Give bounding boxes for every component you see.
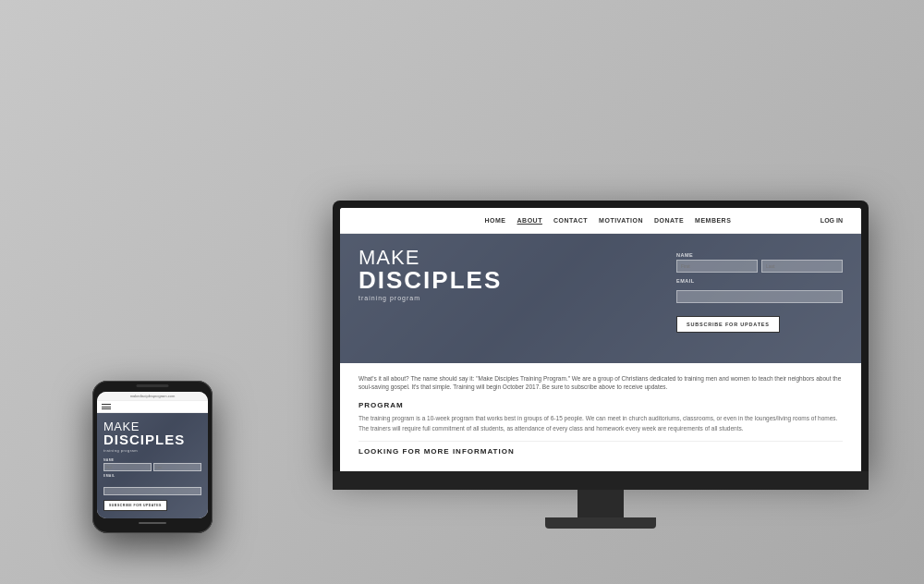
nav-links: HOME ABOUT CONTACT MOTIVATION DONATE MEM… xyxy=(485,217,732,224)
hero-title-make: MAKE xyxy=(359,248,676,268)
program-section-title: PROGRAM xyxy=(359,401,843,409)
hamburger-line-3 xyxy=(102,408,111,409)
subscribe-button[interactable]: SUBSCRIBE FOR UPDATES xyxy=(676,316,780,333)
email-input[interactable] xyxy=(676,290,843,303)
scene: makedisciplesprogram.com MAKE DISCIPLES … xyxy=(0,0,924,584)
desktop-monitor: HOME ABOUT CONTACT MOTIVATION DONATE MEM… xyxy=(333,201,869,529)
hero-form: NAME EMAIL SUBSCRIBE FOR UPDATES xyxy=(676,248,843,333)
monitor-stand-base xyxy=(545,517,656,529)
hamburger-icon[interactable] xyxy=(102,404,111,409)
phone-url-text: makedisciplesprogram.com xyxy=(130,394,176,398)
phone-subscribe-button[interactable]: SUBSCRIBE FOR UPDATES xyxy=(103,500,167,511)
phone-home-indicator xyxy=(139,522,166,524)
program-section-text: The training program is a 10-week progra… xyxy=(359,414,843,433)
hamburger-line-2 xyxy=(102,407,111,408)
name-label: NAME xyxy=(676,252,843,258)
mobile-phone: makedisciplesprogram.com MAKE DISCIPLES … xyxy=(92,381,213,533)
screen-nav: HOME ABOUT CONTACT MOTIVATION DONATE MEM… xyxy=(340,208,861,234)
monitor-screen-wrapper: HOME ABOUT CONTACT MOTIVATION DONATE MEM… xyxy=(333,201,869,471)
first-name-input[interactable] xyxy=(676,260,758,273)
last-name-input[interactable] xyxy=(761,260,843,273)
phone-body: makedisciplesprogram.com MAKE DISCIPLES … xyxy=(92,381,213,533)
name-field-group: NAME xyxy=(676,252,843,273)
phone-email-label: EMAIL xyxy=(103,474,201,478)
phone-nav-bar xyxy=(97,401,208,413)
monitor-stand-top xyxy=(333,471,869,490)
email-label: EMAIL xyxy=(676,278,843,284)
more-info-section-title: LOOKING FOR MORE INFORMATION xyxy=(359,447,843,456)
nav-home[interactable]: HOME xyxy=(485,217,506,224)
phone-url-bar: makedisciplesprogram.com xyxy=(97,392,208,401)
name-inputs-row xyxy=(676,260,843,273)
nav-donate[interactable]: DONATE xyxy=(654,217,684,224)
email-field-group: EMAIL xyxy=(676,278,843,303)
monitor-stand-neck xyxy=(578,490,624,517)
nav-contact[interactable]: CONTACT xyxy=(553,217,588,224)
phone-hero: MAKE DISCIPLES training program NAME EMA… xyxy=(97,413,208,518)
hero-content: MAKE DISCIPLES training program xyxy=(359,248,676,301)
screen-hero: MAKE DISCIPLES training program NAME xyxy=(340,234,861,363)
nav-members[interactable]: MEMBERS xyxy=(695,217,731,224)
nav-motivation[interactable]: MOTIVATION xyxy=(599,217,643,224)
phone-hero-subtitle: training program xyxy=(103,448,201,453)
monitor-screen: HOME ABOUT CONTACT MOTIVATION DONATE MEM… xyxy=(340,208,861,471)
hamburger-line-1 xyxy=(102,404,111,405)
phone-title-disciples: DISCIPLES xyxy=(103,432,201,446)
phone-email-input[interactable] xyxy=(103,487,201,495)
phone-first-input[interactable] xyxy=(103,463,152,471)
nav-login[interactable]: LOG IN xyxy=(821,217,843,224)
phone-name-label: NAME xyxy=(103,458,201,462)
nav-about[interactable]: ABOUT xyxy=(517,217,542,224)
phone-last-input[interactable] xyxy=(153,463,201,471)
screen-content: What's it all about? The name should say… xyxy=(340,363,861,471)
phone-name-row xyxy=(103,463,201,471)
phone-screen: makedisciplesprogram.com MAKE DISCIPLES … xyxy=(97,392,208,518)
hero-title-disciples: DISCIPLES xyxy=(359,268,676,292)
phone-notch xyxy=(137,384,169,387)
phone-hero-content: MAKE DISCIPLES training program NAME EMA… xyxy=(103,420,201,511)
content-intro: What's it all about? The name should say… xyxy=(359,374,843,393)
phone-form: NAME EMAIL SUBSCRIBE FOR UPDATES xyxy=(103,458,201,511)
hero-subtitle: training program xyxy=(359,295,676,301)
